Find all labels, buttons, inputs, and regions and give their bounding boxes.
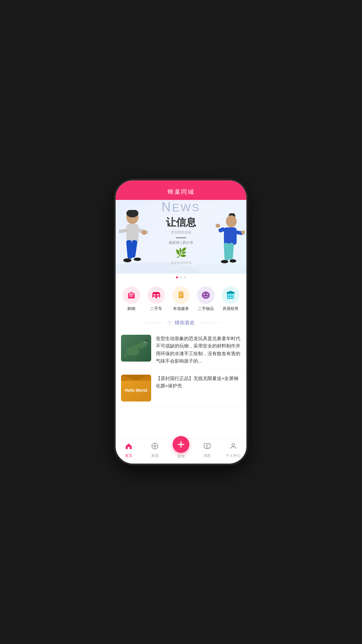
publish-label: 发布 — [177, 454, 185, 459]
recommend-section: ♡ 猜你喜欢 — [116, 316, 246, 330]
recommend-line-left — [135, 323, 162, 323]
recommend-heart: ♡ — [168, 320, 172, 326]
banner-tagline: 易获得 | 易分享 — [162, 240, 200, 245]
content-item-2[interactable]: Hello World 【原封国行正品】无线充限量送+全屏钢化膜+保护壳 — [116, 370, 246, 407]
svg-rect-36 — [179, 295, 182, 296]
svg-rect-57 — [134, 356, 136, 359]
nav-publish[interactable]: 发布 — [171, 441, 191, 459]
category-shopping[interactable]: 购物 — [123, 286, 140, 312]
svg-rect-24 — [129, 294, 134, 295]
category-used-goods[interactable]: 二手物品 — [197, 286, 215, 312]
profile-label: 个人中心 — [226, 453, 241, 458]
svg-rect-67 — [204, 443, 210, 448]
category-local-service[interactable]: 本地服务 — [172, 286, 190, 312]
status-bar — [116, 180, 246, 185]
message-icon — [203, 442, 211, 452]
banner-news-label: NEWS — [162, 200, 200, 214]
dot-2[interactable] — [180, 276, 182, 278]
svg-rect-37 — [179, 297, 181, 297]
banner-bottom-text: 搜索资源更简单 — [162, 261, 200, 265]
app-title: 蜂巢同城 — [168, 189, 194, 195]
shopping-icon — [123, 286, 140, 304]
svg-point-55 — [146, 340, 147, 341]
discover-label: 发现 — [151, 453, 159, 458]
banner: NEWS 让信息 更完整更准确 易获得 | 易分享 🌿 搜索资源更简单 — [116, 200, 246, 274]
svg-point-10 — [123, 258, 131, 262]
home-label: 首页 — [125, 453, 132, 458]
local-service-icon — [172, 286, 190, 304]
phone-screen: 蜂巢同城 — [116, 180, 246, 464]
discover-icon — [151, 442, 159, 452]
recommend-line-right — [201, 323, 228, 323]
svg-point-7 — [141, 230, 147, 235]
svg-rect-42 — [228, 294, 230, 296]
recommend-title: 猜你喜欢 — [175, 320, 195, 326]
content-item-1[interactable]: 造型生动形象的恐龙玩具是北鼻童年时代不可或缺的玩物，采用安全的材料制作并用环保的… — [116, 330, 246, 370]
hello-world-text: Hello World — [125, 388, 147, 393]
used-goods-label: 二手物品 — [198, 306, 214, 312]
dino-thumb — [121, 335, 151, 362]
svg-rect-45 — [228, 297, 230, 298]
svg-point-29 — [153, 297, 155, 299]
box-flap — [121, 375, 151, 381]
box-top — [121, 375, 151, 381]
svg-rect-26 — [129, 296, 133, 297]
used-car-label: 二手车 — [150, 306, 162, 312]
svg-point-39 — [204, 294, 205, 295]
nav-discover[interactable]: 发现 — [145, 442, 165, 458]
category-rental[interactable]: 房屋租售 — [222, 286, 239, 312]
svg-rect-35 — [179, 294, 182, 294]
scroll-content: NEWS 让信息 更完整更准确 易获得 | 易分享 🌿 搜索资源更简单 — [116, 200, 246, 438]
item1-text: 造型生动形象的恐龙玩具是北鼻童年时代不可或缺的玩物，采用安全的材料制作并用环保的… — [156, 335, 241, 365]
banner-sub-text: 更完整更准确 — [162, 230, 200, 235]
dot-3[interactable] — [184, 276, 186, 278]
local-service-label: 本地服务 — [173, 306, 189, 312]
svg-rect-44 — [232, 294, 234, 296]
svg-point-11 — [134, 258, 141, 261]
category-used-car[interactable]: 二手车 — [147, 286, 165, 312]
svg-rect-48 — [227, 292, 235, 293]
svg-point-60 — [154, 445, 156, 447]
svg-point-13 — [226, 215, 237, 227]
svg-point-22 — [230, 259, 236, 263]
hello-world-thumb: Hello World — [121, 375, 151, 401]
home-icon — [125, 442, 133, 452]
dot-1[interactable] — [176, 276, 178, 278]
rental-label: 房屋租售 — [223, 306, 239, 312]
svg-rect-34 — [179, 292, 183, 293]
svg-point-40 — [206, 294, 208, 295]
nav-home[interactable]: 首页 — [119, 442, 139, 458]
svg-rect-25 — [129, 295, 132, 296]
content-list: 造型生动形象的恐龙玩具是北鼻童年时代不可或缺的玩物，采用安全的材料制作并用环保的… — [116, 330, 246, 407]
header: 蜂巢同城 — [116, 185, 246, 200]
used-car-icon — [147, 286, 165, 304]
svg-rect-14 — [224, 227, 237, 245]
phone-frame: 蜂巢同城 — [116, 180, 246, 464]
categories: 购物 二手车 — [116, 281, 246, 316]
svg-rect-56 — [131, 355, 133, 359]
svg-marker-49 — [227, 291, 234, 292]
publish-button[interactable] — [173, 436, 189, 453]
item2-text: 【原封国行正品】无线充限量送+全屏钢化膜+保护壳 — [156, 375, 241, 401]
svg-point-21 — [221, 260, 228, 263]
banner-center: NEWS 让信息 更完整更准确 易获得 | 易分享 🌿 搜索资源更简单 — [162, 200, 200, 265]
svg-rect-47 — [232, 297, 234, 298]
nav-profile[interactable]: 个人中心 — [223, 442, 243, 458]
shopping-label: 购物 — [127, 306, 135, 312]
person-right — [215, 213, 245, 270]
svg-point-70 — [232, 443, 235, 446]
profile-icon — [229, 442, 237, 452]
svg-point-30 — [157, 297, 159, 299]
svg-rect-46 — [230, 297, 232, 298]
svg-rect-32 — [157, 294, 159, 296]
message-label: 消息 — [203, 453, 211, 458]
banner-dots — [116, 274, 246, 281]
banner-main-text: 让信息 — [162, 216, 200, 229]
svg-rect-31 — [153, 294, 156, 296]
svg-rect-43 — [230, 294, 232, 296]
nav-message[interactable]: 消息 — [197, 442, 217, 458]
plant-icon: 🌿 — [162, 247, 200, 258]
rental-icon — [222, 286, 239, 304]
svg-rect-4 — [126, 224, 138, 243]
svg-point-17 — [216, 224, 220, 228]
